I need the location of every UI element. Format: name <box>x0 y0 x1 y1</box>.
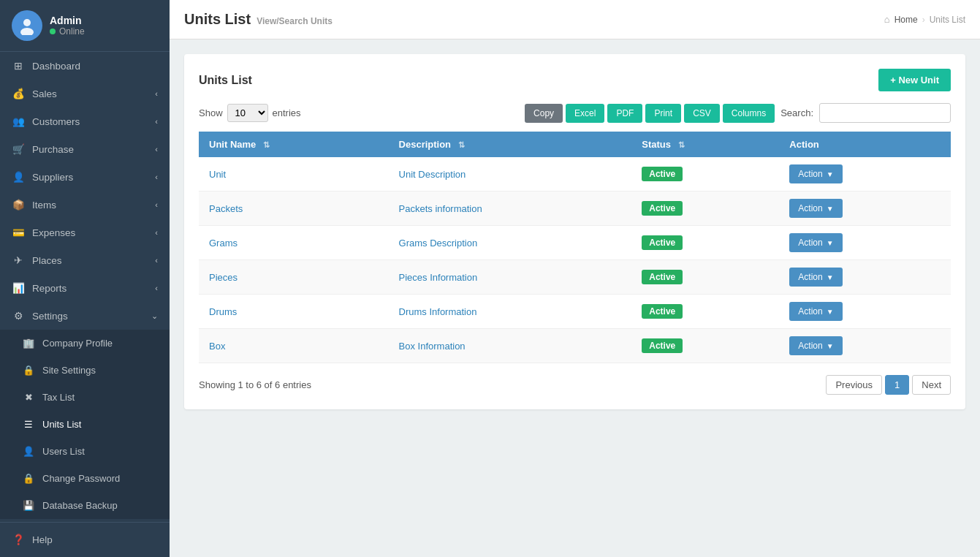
dropdown-arrow-icon: ▼ <box>827 205 834 213</box>
cell-description: Grams Description <box>389 226 632 260</box>
sidebar-item-label: Customers <box>32 116 80 127</box>
sidebar-item-help[interactable]: ❓ Help <box>0 526 170 553</box>
sidebar-item-label: Change Password <box>42 473 120 484</box>
chevron-right-icon: ‹ <box>155 284 158 292</box>
sidebar-item-label: Site Settings <box>42 365 96 376</box>
search-input[interactable] <box>819 103 951 123</box>
sidebar-item-dashboard[interactable]: ⊞ Dashboard <box>0 52 170 80</box>
print-button[interactable]: Print <box>645 104 681 123</box>
columns-button[interactable]: Columns <box>723 104 775 123</box>
previous-button[interactable]: Previous <box>826 375 882 395</box>
action-button[interactable]: Action ▼ <box>789 233 842 252</box>
card: Units List + New Unit Show 10 25 50 100 … <box>184 54 965 409</box>
sidebar-item-site-settings[interactable]: 🔒 Site Settings <box>0 357 170 384</box>
pagination: Previous 1 Next <box>826 375 951 395</box>
settings-icon: ⚙ <box>12 310 25 322</box>
sidebar-item-company-profile[interactable]: 🏢 Company Profile <box>0 330 170 357</box>
sidebar-item-units-list[interactable]: ☰ Units List <box>0 411 170 438</box>
items-icon: 📦 <box>12 199 25 211</box>
csv-button[interactable]: CSV <box>684 104 720 123</box>
sidebar-item-label: Tax List <box>42 392 75 403</box>
help-icon: ❓ <box>12 534 25 545</box>
status-badge: Active <box>642 167 683 181</box>
breadcrumb: ⌂ Home › Units List <box>884 14 965 25</box>
topbar-left: Units List View/Search Units <box>184 11 333 28</box>
sidebar-item-sales[interactable]: 💰 Sales ‹ <box>0 80 170 107</box>
sidebar-item-change-password[interactable]: 🔒 Change Password <box>0 465 170 492</box>
sidebar-item-label: Reports <box>32 283 67 294</box>
users-list-icon: 👤 <box>22 446 35 457</box>
table-row: Packets Packets information Active Actio… <box>199 192 951 226</box>
excel-button[interactable]: Excel <box>566 104 604 123</box>
sidebar-item-places[interactable]: ✈ Places ‹ <box>0 246 170 274</box>
table-body: Unit Unit Description Active Action ▼ Pa… <box>199 157 951 363</box>
status-badge: Active <box>642 201 683 216</box>
dashboard-icon: ⊞ <box>12 60 25 72</box>
new-unit-button[interactable]: + New Unit <box>878 69 951 91</box>
sidebar-item-label: Company Profile <box>42 338 113 349</box>
entries-select[interactable]: 10 25 50 100 <box>227 104 268 122</box>
database-backup-icon: 💾 <box>22 500 35 511</box>
sidebar-item-suppliers[interactable]: 👤 Suppliers ‹ <box>0 163 170 191</box>
sidebar-item-purchase[interactable]: 🛒 Purchase ‹ <box>0 135 170 163</box>
sidebar-username: Admin <box>50 15 85 26</box>
units-table: Unit Name ⇅ Description ⇅ Status ⇅ Actio… <box>199 132 951 363</box>
breadcrumb-home[interactable]: Home <box>894 15 918 25</box>
dropdown-arrow-icon: ▼ <box>827 342 834 350</box>
card-title: Units List <box>199 74 252 87</box>
company-profile-icon: 🏢 <box>22 338 35 349</box>
export-buttons: Copy Excel PDF Print CSV Columns <box>525 104 775 123</box>
table-row: Drums Drums Information Active Action ▼ <box>199 295 951 329</box>
status-indicator <box>50 29 56 34</box>
table-footer: Showing 1 to 6 of 6 entries Previous 1 N… <box>199 375 951 395</box>
chevron-right-icon: ‹ <box>155 228 158 237</box>
sidebar-item-items[interactable]: 📦 Items ‹ <box>0 191 170 219</box>
action-button[interactable]: Action ▼ <box>789 336 842 355</box>
cell-description: Box Information <box>389 329 632 363</box>
cell-description: Drums Information <box>389 295 632 329</box>
page-1-button[interactable]: 1 <box>885 375 909 395</box>
next-button[interactable]: Next <box>912 375 951 395</box>
action-button[interactable]: Action ▼ <box>789 302 842 321</box>
suppliers-icon: 👤 <box>12 171 25 183</box>
content-area: Units List + New Unit Show 10 25 50 100 … <box>170 39 980 557</box>
table-row: Unit Unit Description Active Action ▼ <box>199 157 951 192</box>
copy-button[interactable]: Copy <box>525 104 563 123</box>
status-badge: Active <box>642 338 683 353</box>
avatar <box>12 10 42 41</box>
action-button[interactable]: Action ▼ <box>789 164 842 183</box>
action-button[interactable]: Action ▼ <box>789 268 842 287</box>
sidebar-header: Admin Online <box>0 0 170 52</box>
chevron-right-icon: ‹ <box>155 256 158 265</box>
sidebar: Admin Online ⊞ Dashboard 💰 Sales ‹ 👥 Cus… <box>0 0 170 557</box>
status-badge: Active <box>642 304 683 319</box>
pdf-button[interactable]: PDF <box>607 104 642 123</box>
action-button[interactable]: Action ▼ <box>789 199 842 218</box>
sidebar-item-tax-list[interactable]: ✖ Tax List <box>0 384 170 411</box>
cell-status: Active <box>631 329 779 363</box>
col-description: Description ⇅ <box>389 132 632 157</box>
cell-action: Action ▼ <box>779 157 951 192</box>
table-row: Grams Grams Description Active Action ▼ <box>199 226 951 260</box>
status-badge: Active <box>642 235 683 250</box>
main-content: Units List View/Search Units ⌂ Home › Un… <box>170 0 980 557</box>
sidebar-item-label: Units List <box>42 419 81 430</box>
chevron-right-icon: ‹ <box>155 145 158 154</box>
tax-list-icon: ✖ <box>22 392 35 403</box>
cell-action: Action ▼ <box>779 260 951 295</box>
sidebar-item-database-backup[interactable]: 💾 Database Backup <box>0 492 170 519</box>
cell-action: Action ▼ <box>779 192 951 226</box>
cell-unit-name: Grams <box>199 226 389 260</box>
cell-action: Action ▼ <box>779 226 951 260</box>
status-badge: Active <box>642 270 683 284</box>
chevron-right-icon: ‹ <box>155 117 158 126</box>
dropdown-arrow-icon: ▼ <box>827 239 834 247</box>
sidebar-item-users-list[interactable]: 👤 Users List <box>0 438 170 465</box>
sidebar-item-expenses[interactable]: 💳 Expenses ‹ <box>0 219 170 246</box>
showing-text: Showing 1 to 6 of 6 entries <box>199 379 311 390</box>
sidebar-item-customers[interactable]: 👥 Customers ‹ <box>0 107 170 135</box>
cell-status: Active <box>631 157 779 192</box>
sidebar-item-settings[interactable]: ⚙ Settings ⌄ <box>0 302 170 330</box>
sidebar-item-label: Suppliers <box>32 172 73 183</box>
sidebar-item-reports[interactable]: 📊 Reports ‹ <box>0 274 170 302</box>
